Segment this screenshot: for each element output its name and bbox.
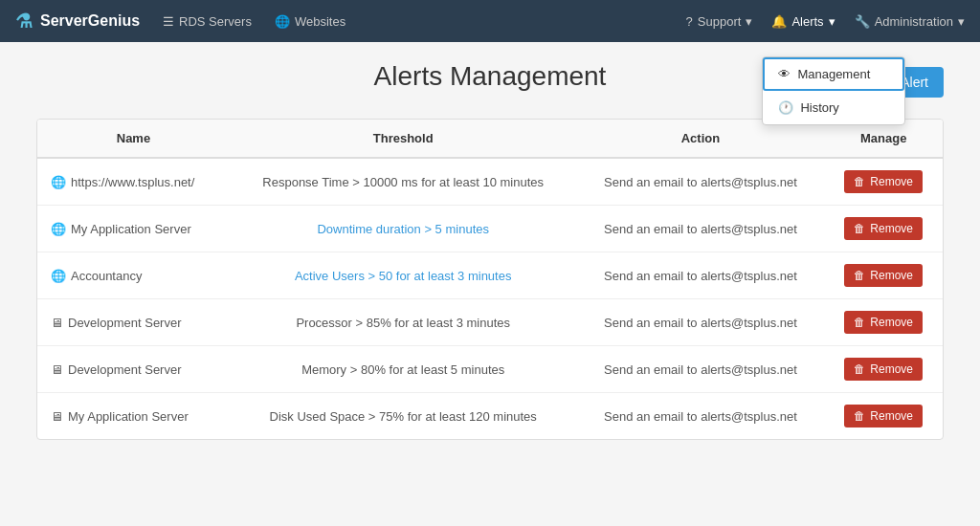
col-action: Action [576, 120, 824, 158]
support-link[interactable]: ? Support ▾ [686, 14, 753, 29]
brand[interactable]: ⚗ ServerGenius [15, 10, 140, 33]
server-icon: 🖥 [51, 362, 63, 377]
websites-label: Websites [295, 14, 345, 29]
cell-action: Send an email to alerts@tsplus.net [576, 393, 824, 440]
table-body: 🌐https://www.tsplus.net/Response Time > … [37, 158, 943, 439]
dropdown-history[interactable]: 🕐 History [763, 91, 904, 124]
cell-action: Send an email to alerts@tsplus.net [576, 252, 824, 299]
row-name: Accountancy [71, 269, 142, 283]
cell-action: Send an email to alerts@tsplus.net [576, 158, 824, 206]
eye-icon: 👁 [778, 67, 791, 81]
cell-name: 🌐https://www.tsplus.net/ [37, 158, 230, 206]
cell-manage: 🗑 Remove [824, 206, 943, 252]
clock-icon: 🕐 [778, 100, 793, 115]
remove-button[interactable]: 🗑 Remove [844, 170, 923, 193]
administration-label: Administration [875, 14, 953, 29]
row-name: My Application Server [68, 409, 189, 424]
management-label: Management [797, 67, 870, 81]
alerts-caret: ▾ [829, 14, 835, 29]
navbar-right: ? Support ▾ 🔔 Alerts ▾ 👁 Management 🕐 Hi… [686, 14, 965, 29]
remove-button[interactable]: 🗑 Remove [844, 405, 923, 427]
wrench-icon: 🔧 [855, 14, 870, 29]
list-icon: ☰ [163, 14, 174, 29]
bell-icon: 🔔 [771, 14, 787, 29]
col-threshold: Threshold [230, 120, 577, 158]
trash-icon: 🗑 [854, 175, 865, 188]
table-header-row: Name Threshold Action Manage [37, 120, 943, 158]
server-icon: 🖥 [51, 316, 63, 330]
cell-threshold: Downtime duration > 5 minutes [230, 206, 577, 252]
brand-name: ServerGenius [40, 12, 140, 30]
cell-threshold: Disk Used Space > 75% for at least 120 m… [230, 393, 577, 440]
administration-link[interactable]: 🔧 Administration ▾ [855, 14, 965, 29]
history-label: History [800, 100, 838, 115]
trash-icon: 🗑 [854, 269, 865, 282]
server-icon: 🖥 [51, 409, 63, 424]
cell-threshold: Response Time > 10000 ms for at least 10… [230, 158, 577, 206]
cell-threshold: Processor > 85% for at least 3 minutes [230, 299, 577, 346]
globe-icon: 🌐 [51, 175, 66, 189]
cell-manage: 🗑 Remove [824, 393, 943, 440]
globe-icon: 🌐 [51, 269, 66, 283]
dropdown-management[interactable]: 👁 Management [763, 57, 904, 91]
remove-button[interactable]: 🗑 Remove [844, 217, 923, 240]
support-caret: ▾ [746, 14, 752, 29]
alerts-dropdown-menu: 👁 Management 🕐 History [762, 56, 905, 125]
cell-action: Send an email to alerts@tsplus.net [576, 346, 824, 393]
cell-action: Send an email to alerts@tsplus.net [576, 206, 824, 252]
cell-manage: 🗑 Remove [824, 158, 943, 206]
question-icon: ? [686, 14, 693, 29]
table-row: 🖥My Application ServerDisk Used Space > … [37, 393, 943, 440]
alerts-dropdown-container: 🔔 Alerts ▾ 👁 Management 🕐 History [771, 14, 835, 29]
trash-icon: 🗑 [854, 222, 865, 235]
alerts-table: Name Threshold Action Manage 🌐https://ww… [37, 120, 943, 439]
flask-icon: ⚗ [15, 10, 33, 33]
table-row: 🖥Development ServerMemory > 80% for at l… [37, 346, 943, 393]
trash-icon: 🗑 [854, 362, 865, 376]
col-manage: Manage [824, 120, 943, 158]
globe-nav-icon: 🌐 [275, 14, 290, 29]
cell-manage: 🗑 Remove [824, 299, 943, 346]
alerts-link[interactable]: 🔔 Alerts ▾ [771, 14, 835, 29]
websites-link[interactable]: 🌐 Websites [275, 14, 345, 29]
rds-servers-link[interactable]: ☰ RDS Servers [163, 14, 252, 29]
rds-servers-label: RDS Servers [179, 14, 252, 29]
table-row: 🖥Development ServerProcessor > 85% for a… [37, 299, 943, 346]
row-name: Development Server [68, 316, 182, 330]
trash-icon: 🗑 [854, 316, 865, 329]
globe-icon: 🌐 [51, 222, 66, 236]
navbar: ⚗ ServerGenius ☰ RDS Servers 🌐 Websites … [0, 0, 980, 42]
table-row: 🌐My Application ServerDowntime duration … [37, 206, 943, 252]
col-name: Name [37, 120, 230, 158]
cell-name: 🖥Development Server [37, 299, 230, 346]
row-name: Development Server [68, 362, 182, 377]
cell-manage: 🗑 Remove [824, 252, 943, 299]
alerts-label: Alerts [791, 14, 823, 29]
remove-button[interactable]: 🗑 Remove [844, 264, 923, 287]
page-title: Alerts Management [374, 61, 607, 92]
trash-icon: 🗑 [854, 409, 865, 423]
cell-name: 🌐My Application Server [37, 206, 230, 252]
cell-name: 🖥My Application Server [37, 393, 230, 440]
cell-action: Send an email to alerts@tsplus.net [576, 299, 824, 346]
admin-caret: ▾ [958, 14, 965, 29]
cell-threshold: Memory > 80% for at least 5 minutes [230, 346, 577, 393]
row-name: My Application Server [71, 222, 191, 236]
cell-threshold: Active Users > 50 for at least 3 minutes [230, 252, 577, 299]
row-name: https://www.tsplus.net/ [71, 175, 194, 189]
remove-button[interactable]: 🗑 Remove [844, 311, 923, 334]
table-row: 🌐https://www.tsplus.net/Response Time > … [37, 158, 943, 206]
support-label: Support [698, 14, 742, 29]
remove-button[interactable]: 🗑 Remove [844, 358, 923, 381]
cell-name: 🖥Development Server [37, 346, 230, 393]
cell-manage: 🗑 Remove [824, 346, 943, 393]
alerts-table-wrapper: Name Threshold Action Manage 🌐https://ww… [36, 119, 944, 440]
table-row: 🌐AccountancyActive Users > 50 for at lea… [37, 252, 943, 299]
cell-name: 🌐Accountancy [37, 252, 230, 299]
